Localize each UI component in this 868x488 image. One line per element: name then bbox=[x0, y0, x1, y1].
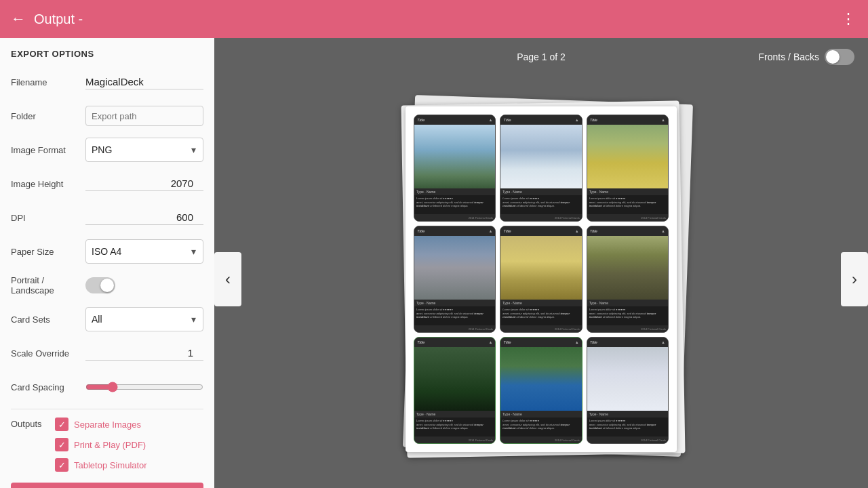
card-header: Title ▲ bbox=[414, 338, 495, 347]
separate-images-label: Separate Images bbox=[74, 420, 141, 430]
card-title: Title bbox=[590, 229, 597, 233]
card-item: Title ▲ Type · Name Lorem ipsum dolor si… bbox=[587, 337, 669, 444]
card-mana: ▲ bbox=[661, 340, 665, 344]
output-separate-images[interactable]: ✓ Separate Images bbox=[55, 418, 147, 431]
filename-input[interactable] bbox=[85, 75, 203, 89]
card-mana: ▲ bbox=[575, 118, 579, 122]
scale-override-input[interactable] bbox=[85, 346, 203, 361]
dpi-input[interactable] bbox=[85, 210, 203, 225]
card-sets-label: Card Sets bbox=[11, 314, 85, 325]
card-header: Title ▲ bbox=[587, 115, 668, 125]
main-top: Page 1 of 2 Fronts / Backs bbox=[214, 38, 868, 70]
image-format-row: Image Format PNG JPG BMP ▾ bbox=[11, 138, 203, 162]
page-preview-wrap: ‹ Title ▲ Type · Name Lorem ipsum dolor … bbox=[214, 70, 868, 488]
tabletop-sim-checkbox: ✓ bbox=[55, 458, 68, 472]
dpi-row: DPI bbox=[11, 205, 203, 230]
card-image-inner bbox=[587, 236, 668, 300]
card-title: Title bbox=[417, 118, 425, 122]
back-button[interactable]: ← bbox=[11, 10, 26, 28]
output-tabletop-sim[interactable]: ✓ Tabletop Simulator bbox=[55, 458, 147, 472]
image-format-arrow-icon: ▾ bbox=[184, 144, 203, 155]
image-height-value-wrap bbox=[85, 176, 203, 191]
image-height-row: Image Height bbox=[11, 171, 203, 196]
topbar-title: Output - bbox=[34, 12, 83, 27]
outputs-row: Outputs ✓ Separate Images ✓ Print & Play… bbox=[11, 418, 203, 472]
topbar-left: ← Output - bbox=[11, 10, 83, 28]
card-sets-row: Card Sets All Set 1 Set 2 ▾ bbox=[11, 307, 203, 331]
card-image-inner bbox=[500, 125, 581, 188]
portrait-landscape-toggle[interactable] bbox=[85, 277, 115, 293]
output-print-play[interactable]: ✓ Print & Play (PDF) bbox=[55, 438, 147, 451]
image-format-select[interactable]: PNG JPG BMP bbox=[86, 144, 184, 155]
fronts-backs-thumb bbox=[826, 50, 840, 64]
card-item: Title ▲ Type · Name Lorem ipsum dolor si… bbox=[500, 115, 582, 222]
card-spacing-label: Card Spacing bbox=[11, 382, 85, 392]
card-mana: ▲ bbox=[661, 229, 665, 233]
card-text-box: Lorem ipsum dolor sit ●●●●●●amet, consec… bbox=[587, 195, 668, 214]
card-footer: 2014 Fictional Cards bbox=[500, 325, 581, 332]
card-image-inner bbox=[414, 347, 495, 411]
scale-override-row: Scale Override bbox=[11, 341, 203, 365]
card-type-bar: Type · Name bbox=[500, 411, 581, 418]
card-header: Title ▲ bbox=[414, 115, 495, 125]
image-height-input[interactable] bbox=[85, 176, 203, 191]
card-header: Title ▲ bbox=[587, 338, 668, 347]
card-image bbox=[587, 347, 668, 411]
card-text-line: Lorem ipsum dolor sit ●●●●●●amet, consec… bbox=[502, 419, 579, 430]
fronts-backs-label: Fronts / Backs bbox=[759, 52, 819, 62]
paper-size-select[interactable]: ISO A4 Letter A3 bbox=[86, 246, 184, 257]
export-options-heading: EXPORT OPTIONS bbox=[11, 49, 203, 59]
toggle-thumb bbox=[100, 279, 114, 292]
filename-value-wrap bbox=[85, 75, 203, 89]
card-type-bar: Type · Name bbox=[587, 300, 668, 306]
filename-label: Filename bbox=[11, 77, 85, 87]
dpi-value-wrap bbox=[85, 210, 203, 225]
divider bbox=[11, 409, 203, 409]
fronts-backs-toggle[interactable] bbox=[825, 49, 854, 65]
menu-button[interactable]: ⋮ bbox=[841, 10, 857, 28]
card-text-line: Lorem ipsum dolor sit ●●●●●●amet, consec… bbox=[416, 197, 493, 208]
portrait-landscape-label: Portrait / Landscape bbox=[11, 275, 85, 296]
card-type-bar: Type · Name bbox=[414, 188, 495, 195]
card-spacing-slider[interactable] bbox=[85, 382, 203, 392]
card-sets-select[interactable]: All Set 1 Set 2 bbox=[86, 314, 184, 325]
card-text-box: Lorem ipsum dolor sit ●●●●●●amet, consec… bbox=[587, 306, 668, 325]
card-image bbox=[587, 236, 668, 300]
card-text-box: Lorem ipsum dolor sit ●●●●●●amet, consec… bbox=[587, 418, 668, 436]
card-title: Title bbox=[503, 340, 511, 344]
card-image bbox=[587, 125, 668, 188]
left-panel: EXPORT OPTIONS Filename Folder Image For… bbox=[0, 38, 214, 488]
card-title: Title bbox=[417, 340, 425, 344]
card-image-inner bbox=[587, 347, 668, 411]
card-image bbox=[414, 125, 495, 188]
card-text-line: Lorem ipsum dolor sit ●●●●●●amet, consec… bbox=[589, 419, 666, 430]
portrait-landscape-row: Portrait / Landscape bbox=[11, 273, 203, 298]
card-footer: 2014 Fictional Cards bbox=[587, 325, 668, 332]
folder-input[interactable] bbox=[86, 108, 203, 124]
card-image-inner bbox=[414, 236, 495, 300]
card-mana: ▲ bbox=[488, 340, 492, 344]
card-image-inner bbox=[500, 236, 581, 300]
card-header: Title ▲ bbox=[500, 338, 581, 347]
card-text-line: Lorem ipsum dolor sit ●●●●●●amet, consec… bbox=[502, 197, 579, 208]
card-item: Title ▲ Type · Name Lorem ipsum dolor si… bbox=[500, 337, 582, 444]
card-image bbox=[414, 347, 495, 411]
card-type-bar: Type · Name bbox=[414, 300, 495, 306]
folder-row: Folder bbox=[11, 104, 203, 128]
nav-right-button[interactable]: › bbox=[841, 252, 868, 306]
card-type-bar: Type · Name bbox=[500, 188, 581, 195]
card-footer: 2014 Fictional Cards bbox=[500, 214, 581, 221]
card-item: Title ▲ Type · Name Lorem ipsum dolor si… bbox=[414, 337, 496, 444]
paper-size-row: Paper Size ISO A4 Letter A3 ▾ bbox=[11, 239, 203, 264]
card-image bbox=[414, 236, 495, 300]
image-format-dropdown: PNG JPG BMP ▾ bbox=[85, 138, 203, 162]
tabletop-sim-label: Tabletop Simulator bbox=[74, 460, 147, 470]
card-image-inner bbox=[414, 125, 495, 188]
nav-left-button[interactable]: ‹ bbox=[214, 252, 241, 306]
folder-label: Folder bbox=[11, 111, 85, 121]
card-text-box: Lorem ipsum dolor sit ●●●●●●amet, consec… bbox=[500, 195, 581, 214]
card-footer: 2014 Fictional Cards bbox=[414, 214, 495, 221]
card-item: Title ▲ Type · Name Lorem ipsum dolor si… bbox=[587, 115, 669, 222]
card-type-bar: Type · Name bbox=[414, 411, 495, 418]
export-button[interactable]: Export bbox=[11, 483, 203, 488]
